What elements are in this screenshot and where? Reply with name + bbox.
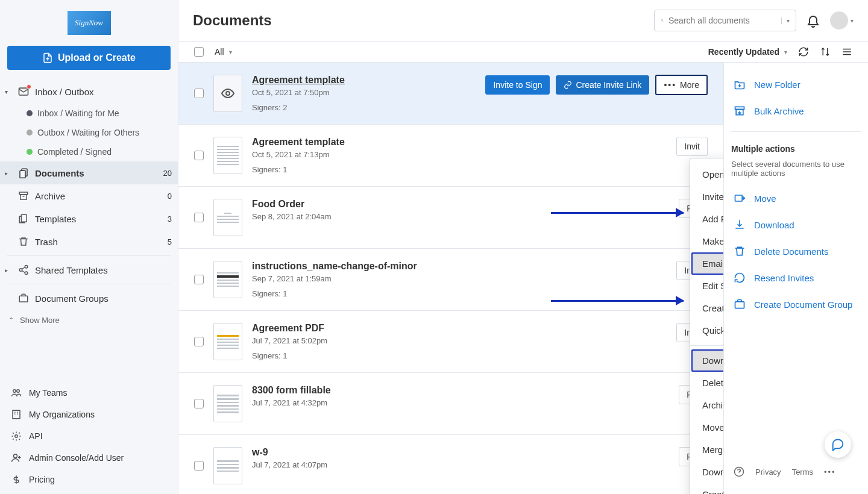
nav-my-organizations[interactable]: My Organizations — [0, 404, 178, 425]
new-folder-link[interactable]: New Folder — [731, 72, 861, 96]
search-input[interactable] — [668, 16, 774, 25]
doc-thumbnail[interactable] — [213, 199, 242, 236]
doc-title-link[interactable]: Agreement template — [252, 137, 345, 147]
row-checkbox[interactable] — [194, 213, 204, 222]
menu-archive[interactable]: Archive — [691, 394, 723, 416]
menu-quick-preview[interactable]: Quick Preview — [691, 319, 723, 342]
resend-invites-link[interactable]: Resend Invites — [731, 266, 861, 290]
doc-title-link[interactable]: instructions_name-change-of-minor — [252, 261, 417, 271]
invite-button-truncated[interactable]: Invit — [676, 137, 708, 156]
doc-thumbnail[interactable] — [213, 447, 242, 484]
nav-pricing[interactable]: Pricing — [0, 469, 178, 490]
sidebar-item-inbox-outbox[interactable]: ▾ Inbox / Outbox — [0, 80, 178, 104]
row-checkbox[interactable] — [194, 275, 204, 284]
document-row[interactable]: Food Order Sep 8, 2021 at 2:04am Pre — [178, 187, 723, 249]
doc-thumbnail[interactable] — [213, 261, 242, 298]
download-link[interactable]: Download — [731, 213, 861, 237]
svg-point-14 — [17, 390, 20, 393]
doc-thumbnail[interactable] — [213, 75, 242, 112]
menu-invite-to-sign[interactable]: Invite to Sign — [691, 186, 723, 208]
topbar: Documents ▾ ▾ — [178, 0, 868, 41]
search-box[interactable]: ▾ — [654, 10, 796, 31]
row-checkbox[interactable] — [194, 461, 204, 471]
row-checkbox[interactable] — [194, 337, 204, 346]
sidebar-item-documents[interactable]: ▸ Documents 20 — [0, 161, 178, 184]
document-row[interactable]: 8300 form fillable Jul 7, 2021 at 4:32pm… — [178, 373, 723, 435]
sidebar-item-completed[interactable]: Completed / Signed — [27, 142, 178, 161]
terms-link[interactable]: Terms — [792, 467, 813, 477]
refresh-icon[interactable] — [798, 46, 809, 57]
sidebar-item-archive[interactable]: Archive 0 — [0, 184, 178, 207]
sidebar-item-waiting-for-me[interactable]: Inbox / Waiting for Me — [27, 104, 178, 123]
archive-label: Archive — [35, 191, 155, 201]
nav-api[interactable]: API — [0, 425, 178, 447]
rp-label: Download — [754, 220, 794, 230]
menu-edit-signing-order[interactable]: Edit Signing Order — [691, 275, 723, 297]
doc-thumbnail[interactable] — [213, 137, 242, 174]
document-row[interactable]: w-9 Jul 7, 2021 at 4:07pm Pre — [178, 435, 723, 494]
invite-to-sign-button[interactable]: Invite to Sign — [485, 75, 550, 95]
row-checkbox[interactable] — [194, 151, 204, 160]
doc-title-link[interactable]: Agreement PDF — [252, 323, 324, 333]
show-more-toggle[interactable]: ⌃ Show More — [0, 310, 178, 331]
doc-thumbnail[interactable] — [213, 385, 242, 422]
doc-title-link[interactable]: Agreement template — [252, 75, 345, 85]
document-row[interactable]: Agreement PDF Jul 7, 2021 at 5:02pm Sign… — [178, 311, 723, 373]
menu-email-a-copy[interactable]: Email a Copy — [691, 252, 723, 275]
menu-download-with-history[interactable]: Download with History — [691, 461, 723, 483]
sidebar-item-trash[interactable]: Trash 5 — [0, 230, 178, 253]
sidebar-item-templates[interactable]: Templates 3 — [0, 207, 178, 230]
list-view-icon[interactable] — [841, 46, 852, 57]
doc-title-link[interactable]: Food Order — [252, 199, 304, 209]
doc-date: Oct 5, 2021 at 7:13pm — [252, 150, 667, 159]
menu-open[interactable]: Open — [691, 163, 723, 186]
filter-all-dropdown[interactable]: All▾ — [215, 47, 232, 57]
menu-merge-document-with[interactable]: Merge Document With — [691, 439, 723, 461]
menu-download[interactable]: Download — [691, 349, 723, 372]
list-toolbar: All▾ Recently Updated▾ — [178, 41, 868, 63]
select-all-checkbox[interactable] — [194, 47, 204, 57]
menu-create-a-copy[interactable]: Create a Copy — [691, 483, 723, 494]
sidebar-item-shared-templates[interactable]: ▸ Shared Templates — [0, 258, 178, 281]
btn-label: Invite to Sign — [493, 80, 542, 90]
bulk-archive-link[interactable]: Bulk Archive — [731, 99, 861, 123]
sidebar-item-document-groups[interactable]: Document Groups — [0, 287, 178, 310]
menu-add-fields[interactable]: Add Fields — [691, 208, 723, 230]
doc-title-link[interactable]: 8300 form fillable — [252, 385, 331, 395]
footer-links: Privacy Terms ••• — [731, 459, 861, 484]
document-row[interactable]: Agreement template Oct 5, 2021 at 7:13pm… — [178, 125, 723, 187]
doc-title-link[interactable]: w-9 — [252, 447, 268, 457]
document-row[interactable]: Agreement template Oct 5, 2021 at 7:50pm… — [178, 63, 723, 125]
menu-delete-document[interactable]: Delete Document — [691, 372, 723, 394]
menu-make-template[interactable]: Make Template — [691, 230, 723, 252]
chat-support-button[interactable] — [825, 431, 851, 458]
menu-move[interactable]: Move — [691, 416, 723, 439]
doc-info: Agreement PDF Jul 7, 2021 at 5:02pm Sign… — [252, 323, 667, 360]
more-icon[interactable]: ••• — [824, 467, 836, 477]
menu-create-invite-link[interactable]: Create Invite Link — [691, 297, 723, 319]
nav-my-teams[interactable]: My Teams — [0, 382, 178, 404]
sort-dropdown[interactable]: Recently Updated▾ — [708, 47, 787, 57]
row-checkbox[interactable] — [194, 399, 204, 408]
help-icon[interactable] — [734, 466, 744, 477]
nav-admin-console[interactable]: Admin Console/Add User — [0, 447, 178, 469]
more-button[interactable]: •••More — [655, 75, 708, 95]
user-menu[interactable]: ▾ — [830, 11, 854, 30]
row-checkbox[interactable] — [194, 89, 204, 98]
privacy-link[interactable]: Privacy — [755, 467, 781, 477]
move-link[interactable]: Move — [731, 186, 861, 210]
chevron-down-icon[interactable]: ▾ — [781, 17, 790, 24]
btn-label: Create Invite Link — [576, 80, 641, 90]
create-invite-link-button[interactable]: Create Invite Link — [556, 75, 649, 95]
rp-label: Resend Invites — [754, 273, 814, 283]
sort-arrows-icon[interactable] — [820, 46, 831, 57]
doc-info: Food Order Sep 8, 2021 at 2:04am — [252, 199, 669, 221]
delete-documents-link[interactable]: Delete Documents — [731, 239, 861, 263]
create-document-group-link[interactable]: Create Document Group — [731, 292, 861, 316]
upload-or-create-button[interactable]: Upload or Create — [7, 46, 171, 70]
sidebar-item-waiting-for-others[interactable]: Outbox / Waiting for Others — [27, 123, 178, 142]
bell-icon[interactable] — [806, 13, 820, 28]
sort-label: Recently Updated — [708, 47, 779, 57]
doc-thumbnail[interactable] — [213, 323, 242, 360]
svg-rect-4 — [20, 195, 27, 199]
